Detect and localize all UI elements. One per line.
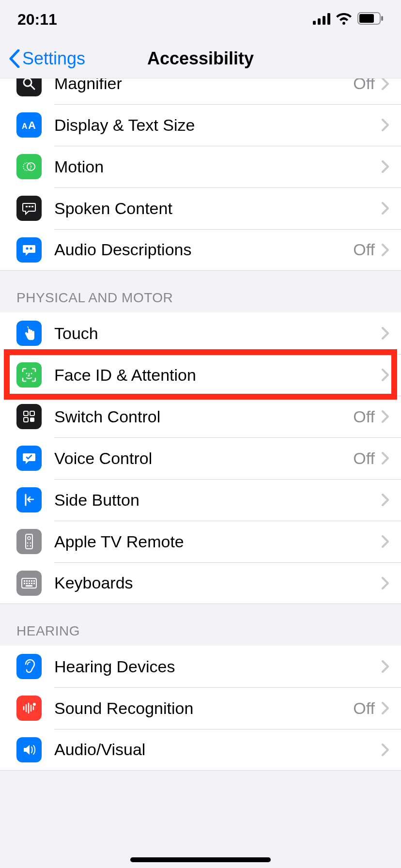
row-audio-descriptions[interactable]: Audio Descriptions Off [0,229,401,271]
row-label: Spoken Content [54,199,375,218]
svg-rect-34 [31,580,32,582]
chevron-right-icon [382,119,389,131]
home-indicator[interactable] [130,857,271,862]
chevron-right-icon [382,660,389,673]
section-header: HEARING [0,604,401,646]
row-side-button[interactable]: Side Button [0,479,401,521]
quote-bubble-icon [16,237,42,263]
section-vision: Magnifier Off AA Display & Text Size Mot… [0,78,401,271]
svg-rect-21 [30,411,34,416]
remote-icon [16,529,42,554]
row-detail: Off [353,78,375,93]
chevron-right-icon [382,577,389,589]
text-size-icon: AA [16,112,42,138]
svg-rect-15 [31,206,33,207]
status-time: 20:11 [17,11,57,29]
row-label: Face ID & Attention [54,366,375,385]
row-label: Sound Recognition [54,699,353,718]
face-id-icon [16,362,42,388]
row-label: Apple TV Remote [54,532,375,551]
chevron-right-icon [382,535,389,548]
row-voice-control[interactable]: Voice Control Off [0,437,401,479]
svg-rect-20 [24,411,28,416]
svg-point-28 [27,545,29,547]
chevron-right-icon [382,744,389,756]
svg-rect-36 [24,583,25,584]
settings-list[interactable]: Magnifier Off AA Display & Text Size Mot… [0,78,401,868]
row-spoken-content[interactable]: Spoken Content [0,187,401,229]
chevron-right-icon [382,452,389,465]
row-keyboards[interactable]: Keyboards [0,562,401,604]
row-detail: Off [353,449,375,468]
back-label: Settings [22,48,85,69]
speech-bubble-icon [16,196,42,221]
status-bar: 20:11 [0,0,401,39]
svg-rect-35 [33,580,35,582]
row-label: Motion [54,157,375,176]
svg-text:A: A [28,119,36,131]
row-label: Audio/Visual [54,740,375,759]
svg-rect-23 [30,418,34,422]
row-display-text-size[interactable]: AA Display & Text Size [0,104,401,146]
svg-point-29 [30,545,31,547]
section-physical: PHYSICAL AND MOTOR Touch Face ID & Atten… [0,271,401,604]
svg-point-19 [31,373,32,374]
speaker-icon [16,737,42,762]
row-label: Audio Descriptions [54,240,353,259]
row-hearing-devices[interactable]: Hearing Devices [0,646,401,687]
svg-rect-33 [29,580,30,582]
ear-icon [16,654,42,679]
svg-point-16 [26,247,29,249]
svg-rect-6 [381,16,383,21]
svg-point-26 [27,542,29,544]
nav-bar: Settings Accessibility [0,39,401,78]
row-motion[interactable]: Motion [0,146,401,187]
grid-icon [16,404,42,429]
status-right [313,11,384,29]
wifi-icon [336,11,352,29]
row-magnifier[interactable]: Magnifier Off [0,78,401,104]
row-apple-tv-remote[interactable]: Apple TV Remote [0,521,401,562]
row-sound-recognition[interactable]: Sound Recognition Off [0,687,401,729]
svg-text:A: A [22,122,28,130]
row-audio-visual[interactable]: Audio/Visual [0,729,401,771]
keyboard-icon [16,571,42,596]
chevron-left-icon [9,49,20,68]
row-label: Touch [54,324,375,343]
svg-rect-41 [26,585,32,587]
chevron-right-icon [382,78,389,90]
svg-rect-13 [26,206,28,207]
row-touch[interactable]: Touch [0,312,401,354]
chevron-right-icon [382,494,389,506]
motion-icon [16,154,42,179]
back-button[interactable]: Settings [9,48,85,69]
section-hearing: HEARING Hearing Devices Sound Recognitio… [0,604,401,771]
voice-icon [16,446,42,471]
svg-rect-0 [313,21,316,25]
svg-rect-14 [29,206,31,207]
magnifier-icon [16,78,42,96]
svg-rect-1 [318,18,321,25]
row-label: Keyboards [54,574,375,592]
cellular-icon [313,11,330,29]
svg-point-25 [28,537,31,540]
svg-rect-40 [33,583,35,584]
svg-point-18 [26,373,28,374]
chevron-right-icon [382,327,389,340]
row-switch-control[interactable]: Switch Control Off [0,396,401,437]
row-label: Hearing Devices [54,657,375,676]
chevron-right-icon [382,244,389,256]
svg-rect-22 [24,418,28,422]
svg-rect-3 [327,13,330,25]
page-title: Accessibility [147,48,254,69]
row-label: Voice Control [54,449,353,468]
battery-icon [357,11,384,29]
svg-point-17 [30,247,32,249]
row-detail: Off [353,407,375,426]
svg-point-47 [33,703,36,706]
row-label: Side Button [54,491,375,510]
svg-rect-39 [31,583,32,584]
row-face-id[interactable]: Face ID & Attention [0,354,401,396]
svg-line-8 [31,85,34,89]
row-detail: Off [353,240,375,259]
